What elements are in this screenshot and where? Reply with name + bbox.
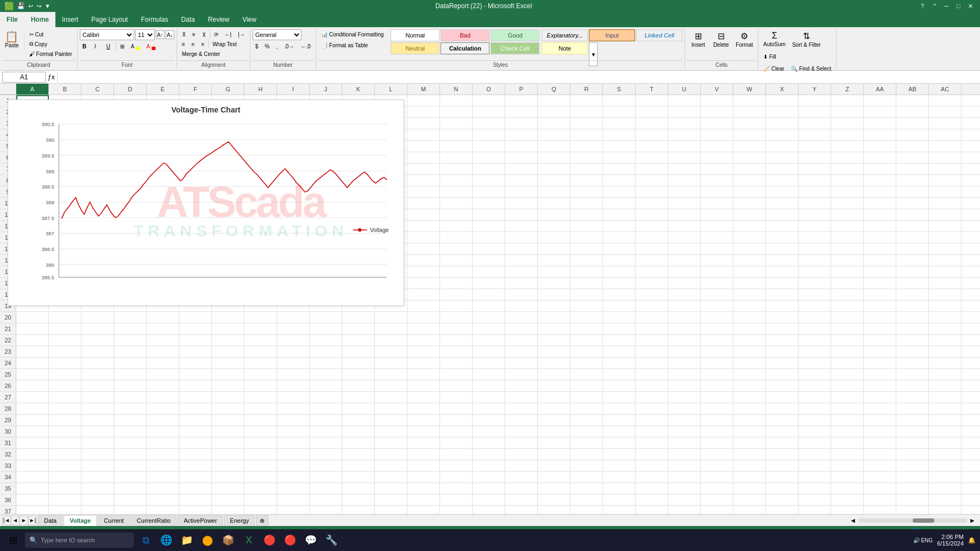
- grid-cell[interactable]: [733, 186, 766, 197]
- grid-cell[interactable]: [16, 312, 49, 323]
- grid-cell[interactable]: [244, 472, 277, 483]
- grid-cell[interactable]: [49, 415, 81, 425]
- grid-cell[interactable]: [473, 346, 505, 357]
- grid-cell[interactable]: [440, 232, 473, 243]
- grid-cell[interactable]: [701, 323, 733, 334]
- grid-cell[interactable]: [505, 107, 538, 117]
- grid-cell[interactable]: [114, 437, 147, 448]
- grid-cell[interactable]: [701, 403, 733, 414]
- grid-cell[interactable]: [636, 198, 668, 209]
- grid-cell[interactable]: [831, 164, 864, 174]
- grid-cell[interactable]: [473, 380, 505, 391]
- grid-cell[interactable]: [538, 437, 570, 448]
- align-left-btn[interactable]: ≡: [179, 39, 188, 49]
- row-header[interactable]: 35: [0, 483, 16, 494]
- col-header-G[interactable]: G: [212, 84, 244, 95]
- style-input[interactable]: Input: [589, 29, 635, 41]
- grid-cell[interactable]: [831, 175, 864, 186]
- grid-cell[interactable]: [16, 449, 49, 460]
- formula-input[interactable]: [60, 72, 978, 83]
- grid-cell[interactable]: [407, 221, 440, 231]
- minimize-btn[interactable]: ─: [941, 2, 952, 10]
- task-view-btn[interactable]: ⧉: [137, 531, 154, 549]
- grid-cell[interactable]: [831, 129, 864, 140]
- grid-cell[interactable]: [896, 232, 929, 243]
- grid-cell[interactable]: [310, 449, 342, 460]
- grid-cell[interactable]: [570, 380, 603, 391]
- taskbar-chrome-icon[interactable]: ⬤: [199, 531, 216, 549]
- grid-cell[interactable]: [538, 506, 570, 514]
- grid-cell[interactable]: [799, 483, 831, 494]
- grid-cell[interactable]: [929, 369, 962, 380]
- grid-cell[interactable]: [440, 323, 473, 334]
- grid-cell[interactable]: [473, 164, 505, 174]
- sheet-tab-data[interactable]: Data: [38, 515, 62, 526]
- grid-cell[interactable]: [636, 300, 668, 311]
- grid-cell[interactable]: [505, 152, 538, 163]
- grid-cell[interactable]: [929, 198, 962, 209]
- grid-cell[interactable]: [407, 198, 440, 209]
- sheet-tab-voltage[interactable]: Voltage: [64, 515, 97, 526]
- cut-button[interactable]: ✂ Cut: [27, 29, 75, 39]
- tab-file[interactable]: File: [0, 12, 24, 27]
- grid-cell[interactable]: [310, 437, 342, 448]
- grid-cell[interactable]: [114, 483, 147, 494]
- grid-cell[interactable]: [831, 494, 864, 505]
- grid-cell[interactable]: [538, 278, 570, 289]
- grid-cell[interactable]: [766, 437, 799, 448]
- grid-cell[interactable]: [212, 312, 244, 323]
- grid-cell[interactable]: [212, 483, 244, 494]
- grid-cell[interactable]: [375, 380, 407, 391]
- grid-cell[interactable]: [603, 107, 636, 117]
- grid-cell[interactable]: [473, 358, 505, 368]
- grid-cell[interactable]: [701, 198, 733, 209]
- row-header[interactable]: 25: [0, 369, 16, 380]
- grid-cell[interactable]: [896, 323, 929, 334]
- grid-cell[interactable]: [277, 506, 310, 514]
- grid-cell[interactable]: [538, 472, 570, 483]
- grid-cell[interactable]: [179, 460, 212, 471]
- grid-cell[interactable]: [342, 380, 375, 391]
- style-explanatory[interactable]: Explanatory...: [542, 29, 588, 41]
- grid-cell[interactable]: [538, 152, 570, 163]
- grid-cell[interactable]: [831, 380, 864, 391]
- grid-cell[interactable]: [407, 346, 440, 357]
- grid-cell[interactable]: [603, 118, 636, 129]
- grid-cell[interactable]: [473, 483, 505, 494]
- grid-cell[interactable]: [799, 300, 831, 311]
- grid-cell[interactable]: [766, 358, 799, 368]
- formula-function-icon[interactable]: ƒx: [48, 73, 55, 81]
- row-header[interactable]: 32: [0, 449, 16, 460]
- grid-cell[interactable]: [277, 335, 310, 346]
- grid-cell[interactable]: [603, 460, 636, 471]
- taskbar-icon-8[interactable]: 💬: [302, 531, 319, 549]
- grid-cell[interactable]: [929, 243, 962, 254]
- grid-cell[interactable]: [212, 392, 244, 403]
- grid-cell[interactable]: [570, 392, 603, 403]
- grid-cell[interactable]: [277, 426, 310, 437]
- grid-cell[interactable]: [440, 449, 473, 460]
- grid-cell[interactable]: [766, 494, 799, 505]
- grid-cell[interactable]: [896, 107, 929, 117]
- grid-cell[interactable]: [831, 426, 864, 437]
- grid-cell[interactable]: [766, 312, 799, 323]
- grid-cell[interactable]: [636, 460, 668, 471]
- grid-cell[interactable]: [668, 506, 701, 514]
- grid-cell[interactable]: [636, 403, 668, 414]
- grid-cell[interactable]: [505, 369, 538, 380]
- text-direction-btn[interactable]: ⟳: [211, 29, 221, 39]
- grid-cell[interactable]: [799, 403, 831, 414]
- grid-cell[interactable]: [929, 221, 962, 231]
- grid-cell[interactable]: [407, 472, 440, 483]
- grid-cell[interactable]: [342, 449, 375, 460]
- grid-cell[interactable]: [864, 358, 896, 368]
- grid-cell[interactable]: [831, 392, 864, 403]
- col-header-Z[interactable]: Z: [831, 84, 864, 95]
- grid-cell[interactable]: [473, 107, 505, 117]
- grid-cell[interactable]: [505, 198, 538, 209]
- grid-cell[interactable]: [929, 266, 962, 277]
- grid-cell[interactable]: [147, 426, 179, 437]
- grid-cell[interactable]: [733, 460, 766, 471]
- grid-cell[interactable]: [603, 426, 636, 437]
- row-header[interactable]: 37: [0, 506, 16, 514]
